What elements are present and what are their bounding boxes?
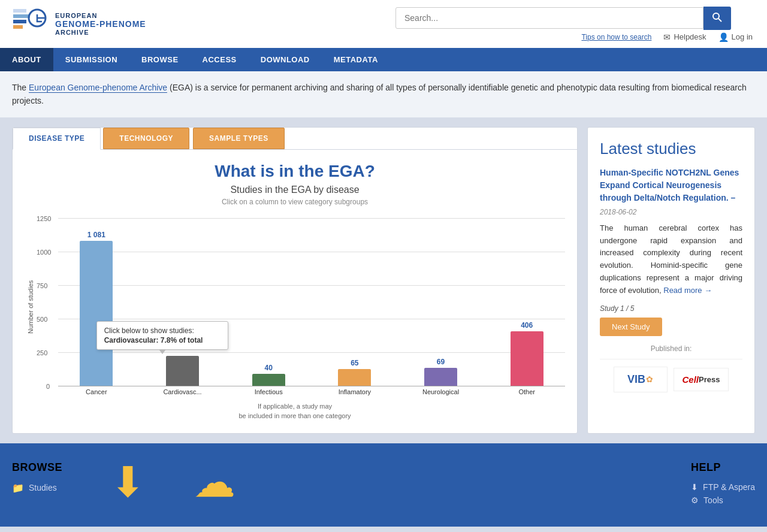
bar-tooltip: Click below to show studies: Cardiovascu… — [96, 321, 228, 350]
bars-container: 1 081 Click below to show studies: Cardi… — [58, 218, 565, 386]
x-label-cancer: Cancer — [58, 388, 135, 395]
folder-icon: 📁 — [12, 482, 24, 494]
study-text: The human cerebral cortex has undergone … — [600, 222, 742, 297]
tooltip-line1: Click below to show studies: — [104, 327, 221, 335]
bar-inflamatory[interactable] — [338, 369, 371, 386]
x-label-neurological: Neurological — [403, 388, 479, 395]
x-label-infectious: Infectious — [230, 388, 307, 395]
bar-other[interactable] — [511, 331, 543, 386]
x-label-inflamatory: Inflamatory — [316, 388, 393, 395]
bar-group-inflamatory: 65 — [316, 359, 393, 386]
gridline-0: 0 — [58, 386, 565, 386]
study-date: 2018-06-02 — [600, 208, 742, 216]
chart-title: What is in the EGA? — [25, 162, 565, 181]
logo-text: EUROPEAN GENOME-PHENOME ARCHIVE — [55, 12, 146, 36]
bar-group-infectious: 40 — [230, 364, 307, 386]
next-study-button[interactable]: Next Study — [600, 318, 662, 336]
svg-rect-3 — [13, 25, 23, 29]
bar-value-inflamatory: 65 — [351, 359, 358, 367]
bar-value-cancer: 1 081 — [87, 231, 105, 239]
download-small-icon: ⬇ — [691, 482, 698, 492]
search-icon — [712, 12, 723, 23]
x-axis-labels: Cancer Cardiovasc... Infectious Inflamat… — [58, 388, 565, 395]
study-title[interactable]: Human-Specific NOTCH2NL Genes Expand Cor… — [600, 167, 742, 204]
bar-value-other: 406 — [521, 321, 533, 330]
chart-tabs: DISEASE TYPE TECHNOLOGY SAMPLE TYPES — [13, 128, 577, 150]
browse-heading: BROWSE — [12, 461, 62, 474]
svg-rect-0 — [13, 9, 26, 13]
nav-item-submission[interactable]: SUBMISSION — [53, 48, 129, 71]
tab-disease-type[interactable]: DISEASE TYPE — [13, 128, 101, 150]
svg-rect-1 — [13, 14, 30, 18]
chart-footer: If applicable, a study may be included i… — [25, 401, 565, 421]
bar-group-cancer: 1 081 — [58, 231, 135, 386]
latest-studies-panel: Latest studies Human-Specific NOTCH2NL G… — [587, 127, 755, 434]
login-link[interactable]: 👤 Log in — [718, 32, 753, 42]
study-counter: Study 1 / 5 — [600, 304, 742, 313]
bar-neurological[interactable] — [424, 368, 457, 386]
latest-studies-title: Latest studies — [600, 140, 742, 158]
search-button[interactable] — [703, 7, 731, 30]
search-input[interactable] — [395, 7, 703, 29]
y-label-750: 750 — [37, 282, 47, 289]
nav-item-access[interactable]: ACCESS — [191, 48, 249, 71]
footer-section: BROWSE 📁 Studies ⬇ ☁ HELP ⬇ FTP & Aspera… — [0, 443, 767, 527]
ftp-aspera-link[interactable]: ⬇ FTP & Aspera — [691, 482, 755, 492]
svg-rect-2 — [13, 20, 26, 23]
bar-infectious[interactable] — [252, 374, 285, 386]
envelope-icon: ✉ — [663, 32, 671, 42]
person-icon: 👤 — [718, 32, 729, 42]
read-more-link[interactable]: Read more → — [663, 286, 712, 295]
helpdesk-link[interactable]: ✉ Helpdesk — [663, 32, 706, 42]
chart-inner: What is in the EGA? Studies in the EGA b… — [13, 150, 577, 433]
vib-logo: VIB✿ — [614, 367, 668, 392]
main-content: DISEASE TYPE TECHNOLOGY SAMPLE TYPES Wha… — [0, 117, 767, 443]
ega-link[interactable]: European Genome-phenome Archive — [29, 83, 167, 93]
x-label-other: Other — [488, 388, 565, 395]
tooltip-line2: Cardiovascular: 7.8% of total — [104, 336, 221, 344]
publishers: VIB✿ CellPress — [600, 359, 742, 392]
y-label-500: 500 — [37, 316, 47, 323]
main-nav: ABOUT SUBMISSION BROWSE ACCESS DOWNLOAD … — [0, 48, 767, 71]
bar-group-other: 406 — [488, 321, 565, 386]
bar-cancer[interactable] — [80, 241, 113, 386]
bar-cardiovascular[interactable] — [166, 356, 199, 386]
tools-link[interactable]: ⚙ Tools — [691, 495, 755, 505]
chart-area: 1250 1000 750 500 — [37, 218, 565, 395]
download-icon-area: ⬇ — [110, 461, 146, 503]
svg-point-5 — [713, 13, 719, 19]
bar-chart: Number of studies 1250 1000 — [25, 218, 565, 395]
svg-line-6 — [718, 19, 721, 22]
bar-value-neurological: 69 — [437, 358, 445, 366]
tools-icon: ⚙ — [691, 495, 699, 505]
cellpress-logo: CellPress — [674, 368, 729, 391]
bar-group-neurological: 69 — [403, 358, 479, 386]
gridlines-area: 1250 1000 750 500 — [58, 218, 565, 386]
browse-link-studies[interactable]: 📁 Studies — [12, 482, 62, 494]
nav-item-download[interactable]: DOWNLOAD — [249, 48, 322, 71]
bar-value-infectious: 40 — [265, 364, 273, 372]
nav-item-about[interactable]: ABOUT — [0, 48, 53, 71]
cloud-icon-area: ☁ — [194, 461, 235, 503]
help-column: HELP ⬇ FTP & Aspera ⚙ Tools — [691, 461, 755, 509]
tooltip-arrow — [159, 349, 166, 354]
chart-hint: Click on a column to view category subgr… — [25, 198, 565, 206]
tab-technology[interactable]: TECHNOLOGY — [103, 128, 189, 149]
y-axis-label: Number of studies — [25, 218, 37, 395]
bar-group-cardiovascular: Click below to show studies: Cardiovascu… — [144, 356, 221, 386]
tab-sample-types[interactable]: SAMPLE TYPES — [193, 128, 285, 149]
tips-link[interactable]: Tips on how to search — [581, 33, 651, 41]
chart-panel: DISEASE TYPE TECHNOLOGY SAMPLE TYPES Wha… — [12, 127, 578, 434]
y-label-0: 0 — [46, 383, 50, 390]
browse-column: BROWSE 📁 Studies — [12, 461, 62, 509]
header: EUROPEAN GENOME-PHENOME ARCHIVE Tips on … — [0, 0, 767, 48]
nav-item-metadata[interactable]: METADATA — [322, 48, 390, 71]
center-icons: ⬇ ☁ — [110, 461, 235, 509]
ega-logo-icon — [12, 6, 48, 42]
x-label-cardiovascular: Cardiovasc... — [144, 388, 221, 395]
y-label-1000: 1000 — [37, 249, 51, 256]
y-label-1250: 1250 — [37, 215, 51, 222]
nav-item-browse[interactable]: BROWSE — [129, 48, 191, 71]
y-label-250: 250 — [37, 349, 47, 356]
published-label: Published in: — [600, 344, 742, 353]
